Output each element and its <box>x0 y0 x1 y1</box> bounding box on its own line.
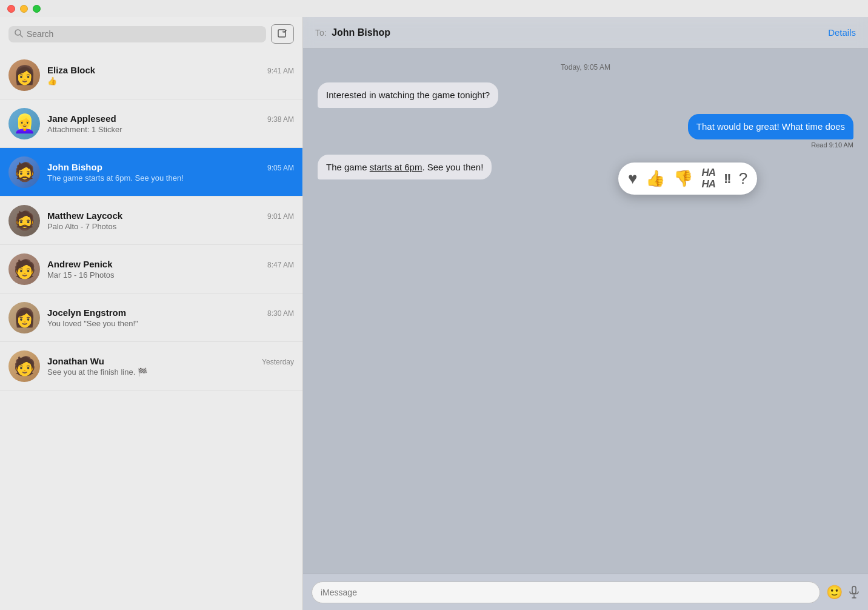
to-label: To: <box>315 28 327 38</box>
recipient-name: John Bishop <box>332 27 390 38</box>
avatar: 👱‍♀️ <box>8 108 40 139</box>
conversation-item-matthew-laycock[interactable]: 🧔Matthew Laycock9:01 AMPalo Alto - 7 Pho… <box>0 196 302 245</box>
tapback-heart[interactable]: ♥ <box>628 169 637 188</box>
avatar: 🧑 <box>8 253 40 285</box>
conversation-time: 8:30 AM <box>267 309 294 318</box>
underlined-text: starts at 6pm <box>370 162 422 172</box>
message-row: That would be great! What time does Read… <box>318 114 853 149</box>
conversation-preview: 👍 <box>47 76 294 85</box>
minimize-button[interactable] <box>20 5 28 13</box>
tapback-popup: ♥ 👍 👎 HAHA !! ? <box>618 163 757 195</box>
conversation-item-jonathan-wu[interactable]: 🧑Jonathan WuYesterdaySee you at the fini… <box>0 342 302 390</box>
svg-rect-2 <box>278 30 285 37</box>
conversation-item-eliza-block[interactable]: 👩Eliza Block9:41 AM👍 <box>0 51 302 99</box>
conversation-name: Jocelyn Engstrom <box>47 307 126 318</box>
input-area: 🙂 <box>303 574 868 610</box>
conversation-info: Jocelyn Engstrom8:30 AMYou loved "See yo… <box>47 307 294 328</box>
message-bubble-outgoing-1: That would be great! What time does <box>688 114 853 139</box>
conversation-time: 9:38 AM <box>267 115 294 124</box>
chat-area: To: John Bishop Details Today, 9:05 AM I… <box>303 17 868 610</box>
conversation-info: Jonathan WuYesterdaySee you at the finis… <box>47 356 294 377</box>
message-bubble-incoming-1: Interested in watching the game tonight? <box>318 82 498 108</box>
conversation-time: 8:47 AM <box>267 261 294 269</box>
read-receipt: Read 9:10 AM <box>811 141 853 149</box>
chat-header: To: John Bishop Details <box>303 17 868 49</box>
tapback-thumbs-up[interactable]: 👍 <box>646 169 665 188</box>
search-input[interactable] <box>27 29 260 39</box>
date-divider: Today, 9:05 AM <box>318 63 853 72</box>
sidebar-header <box>0 17 302 51</box>
svg-rect-5 <box>852 586 856 594</box>
conversation-info: John Bishop9:05 AMThe game starts at 6pm… <box>47 162 294 183</box>
recipient-label: To: John Bishop <box>315 27 390 38</box>
conversation-time: 9:01 AM <box>267 212 294 221</box>
conversation-item-john-bishop[interactable]: 🧔John Bishop9:05 AMThe game starts at 6p… <box>0 148 302 196</box>
tapback-thumbs-down[interactable]: 👎 <box>673 169 693 188</box>
details-button[interactable]: Details <box>828 27 856 38</box>
search-bar[interactable] <box>8 26 266 42</box>
tapback-haha[interactable]: HAHA <box>701 167 715 190</box>
avatar: 👩 <box>8 302 40 333</box>
message-row: Interested in watching the game tonight? <box>318 82 853 108</box>
tapback-exclaim[interactable]: !! <box>724 171 730 187</box>
tapback-question[interactable]: ? <box>739 169 747 188</box>
conversation-item-jane-appleseed[interactable]: 👱‍♀️Jane Appleseed9:38 AMAttachment: 1 S… <box>0 99 302 148</box>
conversation-name: Jonathan Wu <box>47 356 104 366</box>
conversation-time: Yesterday <box>262 358 294 366</box>
titlebar <box>0 0 868 17</box>
conversation-preview: Mar 15 - 16 Photos <box>47 270 294 280</box>
imessage-input[interactable] <box>312 582 820 603</box>
conversation-preview: Attachment: 1 Sticker <box>47 125 294 134</box>
avatar: 🧔 <box>8 156 40 188</box>
conversation-info: Andrew Penick8:47 AMMar 15 - 16 Photos <box>47 259 294 280</box>
compose-button[interactable] <box>271 24 294 44</box>
close-button[interactable] <box>7 5 15 13</box>
app-container: 👩Eliza Block9:41 AM👍👱‍♀️Jane Appleseed9:… <box>0 17 868 610</box>
conversation-list: 👩Eliza Block9:41 AM👍👱‍♀️Jane Appleseed9:… <box>0 51 302 610</box>
avatar: 🧔 <box>8 205 40 236</box>
svg-line-1 <box>20 35 22 37</box>
conversation-item-jocelyn-engstrom[interactable]: 👩Jocelyn Engstrom8:30 AMYou loved "See y… <box>0 293 302 342</box>
conversation-name: Eliza Block <box>47 65 95 75</box>
conversation-name: John Bishop <box>47 162 102 172</box>
conversation-preview: Palo Alto - 7 Photos <box>47 222 294 231</box>
maximize-button[interactable] <box>33 5 41 13</box>
conversation-preview: You loved "See you then!" <box>47 319 294 328</box>
conversation-name: Matthew Laycock <box>47 210 122 221</box>
conversation-item-andrew-penick[interactable]: 🧑Andrew Penick8:47 AMMar 15 - 16 Photos <box>0 245 302 293</box>
conversation-info: Matthew Laycock9:01 AMPalo Alto - 7 Phot… <box>47 210 294 231</box>
conversation-time: 9:41 AM <box>267 67 294 75</box>
conversation-preview: See you at the finish line. 🏁 <box>47 367 294 377</box>
conversation-time: 9:05 AM <box>267 164 294 172</box>
avatar: 👩 <box>8 59 40 91</box>
conversation-name: Andrew Penick <box>47 259 113 269</box>
conversation-name: Jane Appleseed <box>47 113 116 124</box>
message-row: The game starts at 6pm. See you then! <box>318 155 853 180</box>
search-icon <box>15 29 23 39</box>
sidebar: 👩Eliza Block9:41 AM👍👱‍♀️Jane Appleseed9:… <box>0 17 303 610</box>
conversation-info: Eliza Block9:41 AM👍 <box>47 65 294 85</box>
message-bubble-incoming-2: The game starts at 6pm. See you then! <box>318 155 492 180</box>
conversation-preview: The game starts at 6pm. See you then! <box>47 173 294 183</box>
avatar: 🧑 <box>8 350 40 382</box>
messages-area: Today, 9:05 AM Interested in watching th… <box>303 49 868 574</box>
emoji-button[interactable]: 🙂 <box>826 585 843 600</box>
microphone-button[interactable] <box>849 586 860 599</box>
conversation-info: Jane Appleseed9:38 AMAttachment: 1 Stick… <box>47 113 294 134</box>
